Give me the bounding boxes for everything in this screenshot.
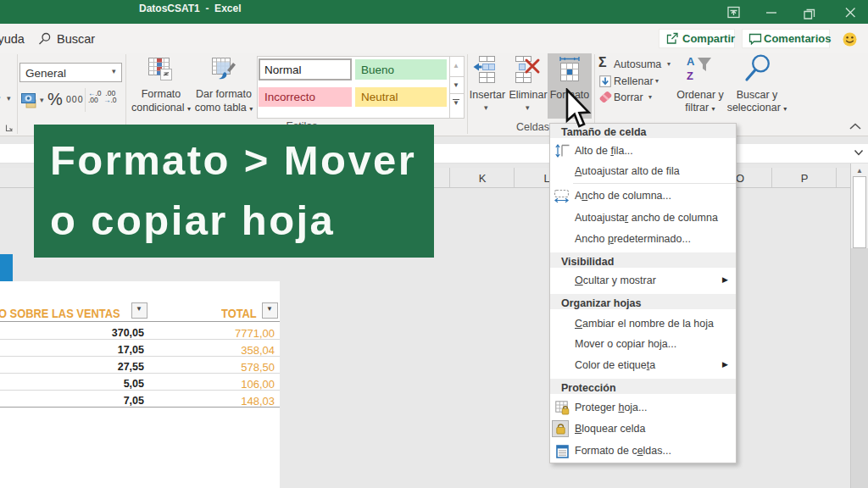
svg-text:Z: Z (687, 69, 693, 82)
svg-text:A: A (687, 55, 695, 68)
